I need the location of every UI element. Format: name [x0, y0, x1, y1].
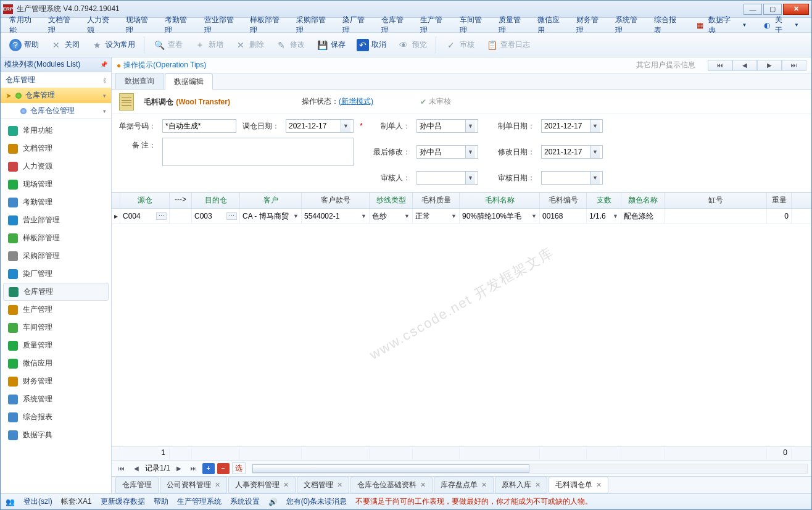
module-染厂管理[interactable]: 染厂管理 [1, 265, 111, 283]
horizontal-scrollbar[interactable] [252, 464, 808, 474]
make-date-input[interactable]: 2021-12-17▼ [541, 119, 603, 133]
save-button[interactable]: 💾保存 [311, 36, 350, 54]
close-tab-icon[interactable]: ✕ [337, 481, 342, 489]
close-tab-icon[interactable]: ✕ [420, 481, 426, 489]
module-仓库管理[interactable]: 仓库管理 [3, 283, 109, 301]
nav-first-button[interactable]: ⏮ [708, 60, 732, 71]
doctab-文档管理[interactable]: 文档管理✕ [297, 477, 349, 493]
add-row-button[interactable]: + [202, 463, 215, 474]
nav-next-button[interactable]: ▶ [757, 60, 782, 71]
pin-icon[interactable]: 📌 [100, 61, 107, 68]
doctab-仓库仓位基础资料[interactable]: 仓库仓位基础资料✕ [350, 477, 433, 493]
sidebar-group-warehouse[interactable]: 仓库管理 ⟪ [1, 72, 111, 88]
remark-input[interactable] [162, 138, 354, 166]
nav-next-button[interactable]: ▶ [173, 463, 185, 474]
system-link[interactable]: 生产管理系统 [177, 496, 222, 507]
close-tab-icon[interactable]: ✕ [283, 481, 289, 489]
cell-custno[interactable]: 5544002-1▼ [302, 209, 370, 224]
col-name[interactable]: 毛料名称 [460, 193, 540, 208]
cell-arrow[interactable] [170, 209, 192, 224]
doctab-原料入库[interactable]: 原料入库✕ [495, 477, 547, 493]
col-wt[interactable]: 重量 [767, 193, 792, 208]
cell-spec[interactable]: 1/1.6▼ [587, 209, 621, 224]
close-button[interactable]: ✕关闭 [45, 36, 85, 54]
refresh-cache-link[interactable]: 更新缓存数据 [101, 496, 145, 507]
module-质量管理[interactable]: 质量管理 [1, 337, 111, 354]
col-vat[interactable]: 缸号 [665, 193, 767, 208]
remove-row-button[interactable]: − [217, 463, 230, 474]
module-数据字典[interactable]: 数据字典 [1, 426, 111, 444]
module-综合报表[interactable]: 综合报表 [1, 408, 111, 426]
auditor-input[interactable]: ▼ [416, 171, 478, 185]
col-src[interactable]: 源仓 [120, 193, 170, 208]
lookup-button[interactable]: ⋯ [156, 212, 167, 220]
col-qual[interactable]: 毛料质量 [413, 193, 460, 208]
nav-last-button[interactable]: ⏭ [782, 60, 806, 71]
nav-prev-button[interactable]: ◀ [732, 60, 757, 71]
logout-link[interactable]: 登出(szl) [23, 496, 52, 507]
fav-button[interactable]: ★设为常用 [86, 36, 140, 54]
module-营业部管理[interactable]: 营业部管理 [1, 211, 111, 229]
module-人力资源[interactable]: 人力资源 [1, 157, 111, 175]
close-tab-icon[interactable]: ✕ [215, 481, 220, 489]
doctab-人事资料管理[interactable]: 人事资料管理✕ [228, 477, 296, 493]
unread-msg-link[interactable]: 您有(0)条未读消息 [286, 496, 347, 507]
close-tab-icon[interactable]: ✕ [481, 481, 487, 489]
cell-code[interactable]: 00168 [540, 209, 587, 224]
module-常用功能[interactable]: 常用功能 [1, 122, 111, 140]
module-生产管理[interactable]: 生产管理 [1, 301, 111, 319]
maker-input[interactable]: 孙中吕▼ [416, 119, 478, 133]
cell-yarn[interactable]: 色纱▼ [370, 209, 413, 224]
module-文档管理[interactable]: 文档管理 [1, 140, 111, 157]
col-dst[interactable]: 目的仓 [192, 193, 240, 208]
date-input[interactable]: 2021-12-17▼ [286, 119, 354, 133]
sidebar-item-warehouse-mgmt[interactable]: ➤ 仓库管理 ▾ [1, 88, 111, 103]
cell-qual[interactable]: 正常▼ [413, 209, 460, 224]
col-custno[interactable]: 客户款号 [302, 193, 370, 208]
operation-tips-link[interactable]: ●操作提示(Operation Tips) [117, 60, 206, 70]
close-tab-icon[interactable]: ✕ [535, 481, 541, 489]
doc-no-input[interactable] [162, 119, 236, 133]
audit-date-input[interactable]: ▼ [541, 171, 603, 185]
module-车间管理[interactable]: 车间管理 [1, 319, 111, 337]
new-mode-link[interactable]: (新增模式) [339, 97, 373, 106]
collapse-icon[interactable]: ⟪ [103, 77, 106, 83]
module-现场管理[interactable]: 现场管理 [1, 175, 111, 193]
cell-cust[interactable]: CA - 博马商贸▼ [240, 209, 302, 224]
module-系统管理[interactable]: 系统管理 [1, 390, 111, 408]
cell-vat[interactable] [665, 209, 767, 224]
mod-date-input[interactable]: 2021-12-17▼ [541, 145, 603, 159]
col-cust[interactable]: 客户 [240, 193, 302, 208]
tab-data-edit[interactable]: 数据编辑 [165, 73, 213, 90]
settings-link[interactable]: 系统设置 [230, 496, 260, 507]
module-财务管理[interactable]: 财务管理 [1, 372, 111, 390]
sidebar-item-bin-mgmt[interactable]: 仓库仓位管理 ▾ [1, 103, 111, 119]
grid-row[interactable]: ▸C004⋯C003⋯CA - 博马商贸▼5544002-1▼色纱▼正常▼90%… [112, 209, 811, 224]
nav-prev-button[interactable]: ◀ [130, 463, 143, 474]
nav-first-button[interactable]: ⏮ [115, 463, 128, 474]
cell-wt[interactable]: 0 [767, 209, 792, 224]
close-tab-icon[interactable]: ✕ [596, 481, 602, 489]
col-code[interactable]: 毛料编号 [540, 193, 587, 208]
tab-data-query[interactable]: 数据查询 [115, 73, 164, 89]
col-color[interactable]: 颜色名称 [621, 193, 665, 208]
cell-src[interactable]: C004⋯ [120, 209, 170, 224]
module-样板部管理[interactable]: 样板部管理 [1, 229, 111, 247]
col-yarn[interactable]: 纱线类型 [370, 193, 413, 208]
cell-dst[interactable]: C003⋯ [192, 209, 240, 224]
help-link[interactable]: 帮助 [154, 496, 168, 507]
help-button[interactable]: ?帮助 [4, 36, 44, 54]
nav-last-button[interactable]: ⏭ [188, 463, 200, 474]
doctab-仓库管理[interactable]: 仓库管理 [115, 477, 159, 493]
cancel-button[interactable]: ↶取消 [352, 36, 391, 54]
lookup-button[interactable]: ⋯ [226, 212, 237, 220]
module-采购部管理[interactable]: 采购部管理 [1, 247, 111, 265]
col-arrow[interactable]: ---> [170, 193, 192, 208]
module-微信应用[interactable]: 微信应用 [1, 354, 111, 372]
select-button[interactable]: 选 [232, 462, 246, 474]
last-mod-input[interactable]: 孙中吕▼ [416, 145, 478, 159]
doctab-毛料调仓单[interactable]: 毛料调仓单✕ [549, 477, 608, 493]
cell-name[interactable]: 90%腈纶10%羊毛▼ [460, 209, 540, 224]
doctab-公司资料管理[interactable]: 公司资料管理✕ [160, 477, 227, 493]
doctab-库存盘点单[interactable]: 库存盘点单✕ [434, 477, 494, 493]
